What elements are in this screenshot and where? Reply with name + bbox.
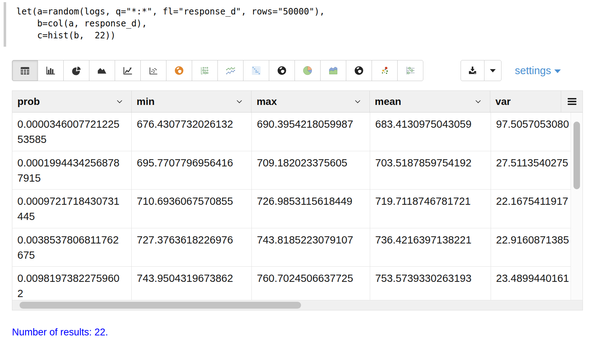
code-block: let(a=random(logs, q="*:*", fl="response… [4, 2, 325, 47]
multi-line-chart-button[interactable] [217, 60, 244, 81]
sliders-button[interactable] [397, 60, 423, 81]
line-chart-button[interactable] [115, 60, 141, 81]
code-line: c=hist(b, 22)) [16, 30, 325, 42]
globe-icon [353, 65, 365, 76]
globe-button[interactable] [269, 60, 295, 81]
results-table: prob min max mean var [12, 90, 583, 310]
area-chart-icon [96, 65, 108, 76]
table-body: 0.000034600772122553585 676.430773202613… [12, 113, 583, 300]
table-cell: 22.1675411917 [491, 190, 571, 228]
heatmap-button[interactable] [243, 60, 269, 81]
globe-icon [276, 65, 288, 76]
table-menu-button[interactable] [561, 91, 583, 112]
table-cell: 22.9160871385 [491, 228, 571, 267]
table-cell: 0.00981973822759602 [12, 267, 132, 300]
code-line: let(a=random(logs, q="*:*", fl="response… [16, 6, 325, 18]
pie-chart-button[interactable] [63, 60, 89, 81]
horizontal-scrollbar-thumb[interactable] [20, 302, 301, 309]
column-label: max [257, 96, 277, 107]
scatter-plot-icon [148, 65, 159, 76]
table-row: 0.0009721718430731445 710.6936067570855 … [12, 190, 583, 228]
table-cell: 710.6936067570855 [132, 190, 252, 228]
pie-chart-icon [71, 65, 82, 76]
pie-chart-colored-button[interactable] [295, 60, 321, 81]
multi-line-chart-icon [225, 65, 236, 76]
chart-type-button-group [12, 60, 423, 81]
bar-chart-button[interactable] [38, 60, 64, 81]
map-globe-orange-button[interactable] [166, 60, 192, 81]
table-cell: 683.4130975043059 [370, 113, 491, 151]
stacked-area-chart-icon [327, 65, 339, 76]
table-cell: 0.00019944342568787915 [12, 151, 132, 190]
download-button[interactable] [461, 60, 484, 81]
download-options-button[interactable] [484, 60, 501, 81]
column-header-min[interactable]: min [132, 91, 252, 112]
table-view-button[interactable] [12, 60, 38, 81]
stacked-area-chart-button[interactable] [320, 60, 346, 81]
column-header-prob[interactable]: prob [12, 91, 132, 112]
table-cell: 676.4307732026132 [132, 113, 252, 151]
pie-chart-colored-icon [302, 65, 313, 76]
table-row: 0.00981973822759602 743.9504319673862 76… [12, 267, 583, 300]
table-cell: 27.5113540275 [491, 151, 571, 190]
table-header-row: prob min max mean var [12, 91, 583, 113]
hamburger-menu-icon [567, 98, 577, 105]
table-cell: 743.8185223079107 [252, 228, 370, 267]
table-cell: 726.9853115618449 [252, 190, 370, 228]
globe-orange-icon [173, 65, 185, 76]
chevron-down-icon [475, 100, 481, 103]
horizontal-scrollbar[interactable] [12, 300, 583, 310]
table-cell: 695.7707796956416 [132, 151, 252, 190]
table-cell: 719.7118746781721 [370, 190, 491, 228]
table-cell: 0.0009721718430731445 [12, 190, 132, 228]
chevron-down-icon [117, 100, 123, 103]
table-cell: 736.4216397138221 [370, 228, 491, 267]
results-count: Number of results: 22. [12, 327, 108, 338]
table-cell: 23.4899440161 [491, 267, 571, 300]
table-cell: 0.0038537806811762675 [12, 228, 132, 267]
chevron-down-icon [236, 100, 242, 103]
table-cell: 760.7024506637725 [252, 267, 370, 300]
line-chart-icon [122, 65, 134, 76]
vertical-scrollbar[interactable] [571, 113, 583, 300]
column-header-var[interactable]: var [490, 91, 561, 112]
table-row: 0.000034600772122553585 676.430773202613… [12, 113, 583, 151]
globe-2-button[interactable] [346, 60, 372, 81]
bar-chart-icon [45, 65, 56, 76]
column-label: var [495, 96, 511, 107]
column-label: min [137, 96, 155, 107]
column-header-max[interactable]: max [251, 91, 370, 112]
caret-down-icon [554, 69, 561, 73]
bubble-chart-button[interactable] [192, 60, 218, 81]
scatter-colored-icon [379, 65, 390, 76]
chevron-down-icon [355, 100, 361, 103]
settings-dropdown[interactable]: settings [515, 60, 561, 81]
download-icon [467, 65, 478, 76]
caret-down-icon [490, 69, 496, 72]
table-cell: 753.5739330263193 [370, 267, 491, 300]
scatter-colored-button[interactable] [372, 60, 398, 81]
column-label: prob [17, 96, 40, 107]
table-cell: 743.9504319673862 [132, 267, 252, 300]
heatmap-icon [250, 65, 262, 76]
column-label: mean [375, 96, 401, 107]
table-cell: 0.000034600772122553585 [12, 113, 132, 151]
sliders-icon [405, 65, 416, 76]
table-cell: 97.5057053080 [491, 113, 571, 151]
visualization-toolbar: settings [12, 60, 561, 81]
table-row: 0.0038537806811762675 727.3763618226976 … [12, 228, 583, 267]
settings-label: settings [515, 65, 551, 77]
table-icon [19, 65, 31, 76]
scatter-plot-button[interactable] [140, 60, 166, 81]
bubble-chart-icon [199, 65, 211, 76]
table-cell: 703.5187859754192 [370, 151, 491, 190]
column-header-mean[interactable]: mean [370, 91, 491, 112]
table-cell: 727.3763618226976 [132, 228, 252, 267]
area-chart-button[interactable] [89, 60, 115, 81]
table-row: 0.00019944342568787915 695.7707796956416… [12, 151, 583, 190]
table-cell: 690.3954218059987 [252, 113, 370, 151]
code-line: b=col(a, response_d), [16, 18, 325, 30]
table-cell: 709.182023375605 [252, 151, 370, 190]
vertical-scrollbar-thumb[interactable] [573, 122, 580, 189]
download-button-group [461, 60, 501, 81]
